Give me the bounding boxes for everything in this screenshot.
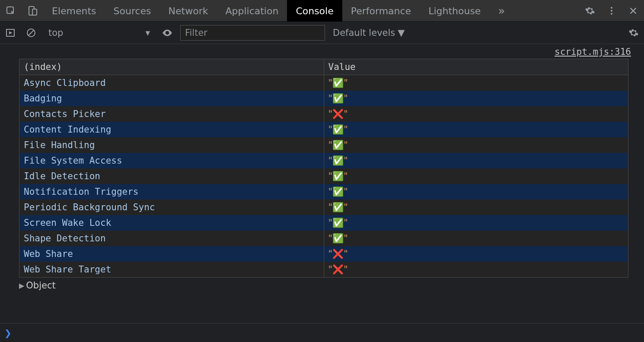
levels-label: Default levels (333, 28, 395, 38)
row-index: Contacts Picker (19, 106, 324, 122)
table-row[interactable]: Content Indexing"✅" (19, 122, 628, 137)
table-row[interactable]: Badging"✅" (19, 91, 628, 106)
column-header[interactable]: Value (324, 59, 628, 75)
row-index: Badging (19, 91, 324, 106)
row-value: "✅" (324, 137, 628, 153)
row-index: Web Share (19, 246, 324, 262)
row-index: File System Access (19, 153, 324, 168)
tabs-overflow-button[interactable]: » (489, 0, 513, 22)
row-index: Web Share Target (19, 262, 324, 278)
row-index: Idle Detection (19, 168, 324, 184)
row-index: Shape Detection (19, 231, 324, 246)
row-index: Async Clipboard (19, 75, 324, 91)
row-value: "❌" (324, 262, 628, 278)
table-row[interactable]: Web Share Target"❌" (19, 262, 628, 278)
table-row[interactable]: Notification Triggers"✅" (19, 184, 628, 200)
console-sidebar-toggle-icon[interactable] (3, 25, 18, 41)
execution-context-select[interactable]: top ▾ (44, 25, 154, 41)
live-expression-eye-icon[interactable] (159, 25, 175, 41)
table-row[interactable]: File Handling"✅" (19, 137, 628, 153)
console-output: script.mjs:316 (index)Value Async Clipbo… (0, 44, 644, 323)
row-value: "✅" (324, 153, 628, 168)
table-row[interactable]: Periodic Background Sync"✅" (19, 200, 628, 215)
device-toolbar-icon[interactable] (22, 0, 43, 22)
settings-gear-icon[interactable] (579, 0, 601, 22)
row-value: "✅" (324, 200, 628, 215)
console-filter-input[interactable] (180, 25, 325, 41)
row-index: File Handling (19, 137, 324, 153)
tab-elements[interactable]: Elements (43, 0, 105, 22)
row-value: "✅" (324, 122, 628, 137)
tab-application[interactable]: Application (217, 0, 287, 22)
table-row[interactable]: Idle Detection"✅" (19, 168, 628, 184)
tab-network[interactable]: Network (160, 0, 217, 22)
svg-point-3 (611, 7, 612, 9)
table-row[interactable]: File System Access"✅" (19, 153, 628, 168)
row-index: Screen Wake Lock (19, 215, 324, 231)
close-devtools-icon[interactable] (622, 0, 644, 22)
tab-performance[interactable]: Performance (342, 0, 420, 22)
triangle-right-icon: ▶ (19, 282, 24, 290)
object-label: Object (26, 280, 55, 291)
console-table: (index)Value Async Clipboard"✅"Badging"✅… (19, 59, 628, 278)
table-row[interactable]: Web Share"❌" (19, 246, 628, 262)
row-value: "✅" (324, 91, 628, 106)
column-header[interactable]: (index) (19, 59, 324, 75)
tab-sources[interactable]: Sources (105, 0, 160, 22)
svg-point-4 (611, 10, 612, 12)
console-toolbar: top ▾ Default levels ▼ (0, 22, 644, 44)
inspect-element-icon[interactable] (0, 0, 22, 22)
row-value: "❌" (324, 246, 628, 262)
console-prompt[interactable]: ❯ (0, 323, 644, 342)
row-value: "✅" (324, 231, 628, 246)
console-settings-gear-icon[interactable] (626, 25, 641, 41)
source-link[interactable]: script.mjs:316 (0, 44, 644, 57)
devtools-tabstrip: ElementsSourcesNetworkApplicationConsole… (0, 0, 644, 22)
table-row[interactable]: Async Clipboard"✅" (19, 75, 628, 91)
row-index: Content Indexing (19, 122, 324, 137)
prompt-chevron-icon: ❯ (4, 328, 12, 338)
log-levels-select[interactable]: Default levels ▼ (330, 28, 407, 38)
tab-lighthouse[interactable]: Lighthouse (420, 0, 489, 22)
svg-rect-2 (32, 9, 37, 15)
svg-point-5 (611, 13, 612, 15)
row-value: "✅" (324, 215, 628, 231)
table-row[interactable]: Screen Wake Lock"✅" (19, 215, 628, 231)
row-index: Notification Triggers (19, 184, 324, 200)
more-menu-icon[interactable] (601, 0, 622, 22)
row-value: "✅" (324, 75, 628, 91)
table-row[interactable]: Contacts Picker"❌" (19, 106, 628, 122)
chevron-down-icon: ▾ (145, 28, 150, 38)
table-row[interactable]: Shape Detection"✅" (19, 231, 628, 246)
tab-console[interactable]: Console (287, 0, 342, 22)
object-expander[interactable]: ▶ Object (19, 280, 644, 291)
row-value: "❌" (324, 106, 628, 122)
row-value: "✅" (324, 184, 628, 200)
row-index: Periodic Background Sync (19, 200, 324, 215)
context-label: top (48, 28, 63, 38)
clear-console-icon[interactable] (23, 25, 39, 41)
chevron-down-icon: ▼ (398, 28, 405, 38)
row-value: "✅" (324, 168, 628, 184)
